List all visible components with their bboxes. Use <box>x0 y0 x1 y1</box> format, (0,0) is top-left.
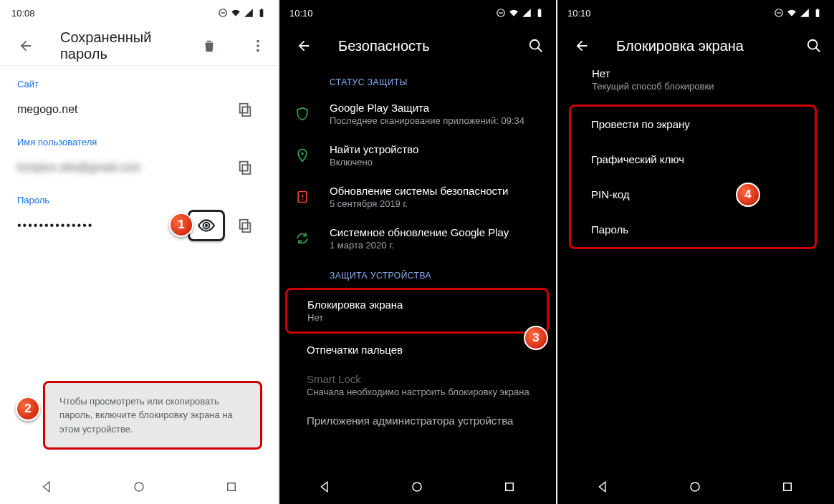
nav-bar <box>556 470 834 504</box>
svg-line-33 <box>816 48 820 52</box>
back-button[interactable] <box>567 32 596 60</box>
nav-home[interactable] <box>681 472 709 501</box>
status-icons <box>496 8 545 18</box>
item-secondary: Включено <box>330 157 542 168</box>
svg-point-20 <box>530 40 540 49</box>
dnd-icon <box>496 8 506 18</box>
copy-password-button[interactable] <box>229 210 261 241</box>
current-lock[interactable]: Нет Текущий способ блокировки <box>556 66 834 100</box>
username-label: Имя пользователя <box>17 137 261 147</box>
callout-4: 4 <box>736 183 760 207</box>
item-play-protect[interactable]: Google Play Защита Последнее сканировани… <box>278 93 556 135</box>
copy-site-button[interactable] <box>229 94 261 125</box>
option-pin[interactable]: PIN-код <box>571 177 815 212</box>
password-field: Пароль •••••••••••••• <box>0 188 278 246</box>
status-time: 10:08 <box>11 8 35 19</box>
screen-divider <box>278 0 279 504</box>
screen-security: 10:10 Безопасность СТАТУС ЗАЩИТЫ Google … <box>278 0 556 504</box>
page-title: Блокировка экрана <box>616 38 780 54</box>
toast-message: Чтобы просмотреть или скопировать пароль… <box>43 381 262 450</box>
svg-line-21 <box>538 48 542 52</box>
status-time: 10:10 <box>567 8 591 19</box>
site-value: megogo.net <box>17 103 78 116</box>
more-button[interactable] <box>244 32 272 60</box>
item-play-system-update[interactable]: Системное обновление Google Play 1 марта… <box>278 218 556 259</box>
svg-rect-10 <box>240 162 248 171</box>
item-device-admin[interactable]: Приложения администратора устройства <box>278 406 556 435</box>
option-pattern[interactable]: Графический ключ <box>571 142 815 177</box>
item-secondary: Последнее сканирование приложений: 09:34 <box>330 115 542 126</box>
screen-divider <box>556 0 557 504</box>
callout-3: 3 <box>524 326 548 350</box>
status-icons <box>218 8 267 18</box>
search-button[interactable] <box>522 32 550 60</box>
back-button[interactable] <box>11 32 40 60</box>
svg-point-14 <box>135 483 143 491</box>
nav-home[interactable] <box>125 472 153 501</box>
signal-icon <box>800 8 810 18</box>
nav-back[interactable] <box>588 472 617 501</box>
nav-bar <box>278 470 556 504</box>
item-primary: Системное обновление Google Play <box>330 226 542 238</box>
svg-rect-35 <box>784 483 792 491</box>
password-value: •••••••••••••• <box>17 219 93 232</box>
current-primary: Нет <box>592 67 820 79</box>
app-bar: Безопасность <box>278 26 556 66</box>
item-secondary: Нет <box>307 312 532 323</box>
item-security-update[interactable]: Обновление системы безопасности 5 сентяб… <box>278 176 556 218</box>
svg-rect-7 <box>242 107 250 116</box>
svg-rect-12 <box>242 223 250 232</box>
section-status-label: СТАТУС ЗАЩИТЫ <box>278 66 556 93</box>
svg-rect-31 <box>817 9 818 10</box>
copy-username-button[interactable] <box>229 152 261 183</box>
wifi-icon <box>509 8 519 18</box>
item-primary: Приложения администратора устройства <box>307 415 542 427</box>
username-value: lumpics.site@gmail.com <box>17 161 141 174</box>
item-fingerprints[interactable]: Отпечатки пальцев <box>278 335 556 364</box>
back-button[interactable] <box>289 32 318 60</box>
alert-icon <box>292 190 312 204</box>
item-find-device[interactable]: Найти устройство Включено <box>278 135 556 176</box>
svg-rect-3 <box>261 9 262 10</box>
svg-point-26 <box>413 483 421 491</box>
section-device-label: ЗАЩИТА УСТРОЙСТВА <box>278 259 556 286</box>
status-bar: 10:10 <box>556 0 834 26</box>
nav-back[interactable] <box>310 472 339 501</box>
refresh-icon <box>292 231 312 246</box>
battery-icon <box>535 8 545 18</box>
item-primary: Блокировка экрана <box>307 299 532 311</box>
svg-rect-13 <box>240 220 248 229</box>
status-icons <box>774 8 823 18</box>
option-swipe[interactable]: Провести по экрану <box>571 107 815 142</box>
password-label: Пароль <box>17 195 261 205</box>
item-primary: Отпечатки пальцев <box>307 344 542 356</box>
nav-back[interactable] <box>32 472 61 501</box>
wifi-icon <box>787 8 797 18</box>
option-password[interactable]: Пароль <box>571 212 815 247</box>
page-title: Сохраненный пароль <box>60 29 175 62</box>
callout-1: 1 <box>169 213 193 237</box>
signal-icon <box>244 8 254 18</box>
svg-point-5 <box>257 44 259 47</box>
svg-rect-19 <box>539 9 540 10</box>
nav-recent[interactable] <box>217 472 246 501</box>
svg-point-22 <box>301 152 303 155</box>
nav-recent[interactable] <box>773 472 802 501</box>
app-bar: Сохраненный пароль <box>0 26 278 66</box>
svg-point-32 <box>808 40 818 49</box>
dnd-icon <box>218 8 228 18</box>
status-bar: 10:08 <box>0 0 278 26</box>
nav-recent[interactable] <box>495 472 524 501</box>
svg-rect-18 <box>538 9 542 16</box>
screen-lock-options: 10:10 Блокировка экрана Нет Текущий спос… <box>556 0 834 504</box>
nav-home[interactable] <box>403 472 431 501</box>
delete-button[interactable] <box>195 32 224 60</box>
item-screen-lock[interactable]: Блокировка экрана Нет <box>287 290 547 331</box>
item-primary: Обновление системы безопасности <box>330 185 542 197</box>
item-smart-lock: Smart Lock Сначала необходимо настроить … <box>278 364 556 406</box>
item-secondary: 1 марта 2020 г. <box>330 240 542 251</box>
search-button[interactable] <box>800 32 828 60</box>
lock-options-highlight: Провести по экрану Графический ключ PIN-… <box>569 105 817 249</box>
svg-rect-9 <box>242 165 250 174</box>
current-secondary: Текущий способ блокировки <box>592 81 820 92</box>
